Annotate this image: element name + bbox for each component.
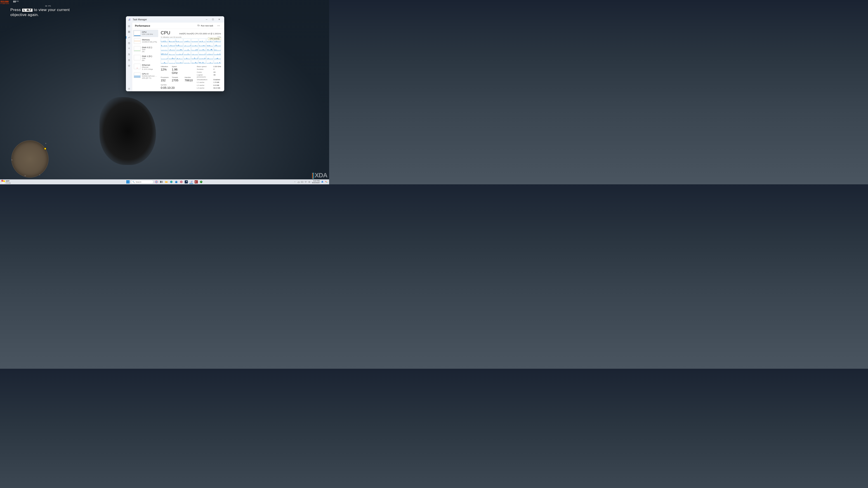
cpu-core-chart	[184, 43, 191, 46]
cpu-cores-grid	[161, 38, 221, 64]
nav-users-icon[interactable]	[126, 52, 132, 57]
svg-point-10	[129, 88, 129, 89]
cpu-core-chart	[191, 43, 198, 46]
memory-thumb-chart	[134, 38, 141, 44]
clock[interactable]: 5:07 PM 8/22/2024	[312, 180, 320, 184]
cpu-core-chart	[168, 56, 176, 59]
app-store-icon[interactable]	[174, 180, 178, 184]
cpu-core-chart	[199, 56, 206, 59]
cpu-core-chart	[191, 38, 198, 42]
ethernet-thumb-chart	[134, 64, 141, 69]
minimap-objective-marker	[44, 148, 46, 150]
app-chrome-icon[interactable]	[179, 180, 183, 184]
tray-language-icon[interactable]	[301, 181, 304, 183]
sockets-value: 2	[213, 68, 221, 71]
tray-cloud-icon[interactable]	[297, 181, 300, 183]
app-copilot-icon[interactable]	[154, 180, 158, 184]
perf-item-memory[interactable]: Memory 10.8/63.9 GB (17%)	[133, 37, 158, 45]
system-tray[interactable]: ^	[293, 181, 311, 183]
nav-services-icon[interactable]	[126, 63, 132, 68]
stat-uptime-label: Up time	[161, 84, 193, 86]
cpu-core-chart	[184, 47, 191, 51]
stat-uptime-value: 0:05:10:20	[161, 86, 193, 90]
nav-history-icon[interactable]	[126, 40, 132, 46]
page-header: Performance Run new task ⋯	[132, 23, 224, 29]
cpu-core-chart	[206, 56, 214, 59]
taskbar-search[interactable]: 🔍 Search	[131, 180, 153, 184]
cpu-core-chart	[176, 51, 183, 55]
svg-rect-0	[128, 20, 129, 21]
copilot-tray-icon[interactable]	[325, 181, 328, 183]
app-edge-icon[interactable]	[169, 180, 174, 184]
svg-rect-2	[130, 19, 130, 21]
svg-point-13	[156, 181, 157, 182]
svg-rect-15	[162, 181, 162, 183]
compass-e: E	[45, 142, 46, 144]
nav-details-icon[interactable]	[126, 57, 132, 63]
weather-widget[interactable]: 1 78°F Cloudy	[2, 180, 11, 184]
search-icon: 🔍	[132, 181, 135, 183]
app-explorer-icon[interactable]	[164, 180, 168, 184]
tray-volume-icon[interactable]	[308, 181, 311, 183]
xda-watermark: []XDA	[312, 172, 327, 179]
notifications-icon[interactable]	[321, 181, 324, 183]
more-options-button[interactable]: ⋯	[216, 23, 221, 28]
close-button[interactable]: ✕	[216, 16, 222, 23]
perf-item-cpu[interactable]: CPU 12% 1.96 GHz	[133, 30, 158, 37]
titlebar[interactable]: Task Manager ─ ☐ ✕	[126, 16, 224, 23]
perf-item-ethernet[interactable]: Ethernet Ethernet S: 0 R: 0 Kbps	[133, 63, 158, 71]
app-taskmanager-icon[interactable]	[189, 180, 193, 184]
nav-settings-icon[interactable]	[126, 86, 132, 91]
window-controls: ─ ☐ ✕	[204, 16, 222, 23]
nav-processes-icon[interactable]	[126, 29, 132, 34]
virt-value: Enabled	[213, 78, 221, 81]
windows-logo-icon	[126, 180, 129, 184]
svg-point-7	[129, 54, 130, 54]
start-button[interactable]	[126, 180, 130, 184]
svg-rect-21	[185, 180, 188, 184]
app-xbox-icon[interactable]	[199, 180, 203, 184]
l3-label: L3 cache:	[197, 87, 211, 90]
performance-detail-pane: CPU Intel(R) Xeon(R) CPU E5-2650 v4 @ 2.…	[159, 29, 224, 91]
cpu-core-chart	[191, 56, 198, 59]
virt-label: Virtualization:	[197, 78, 211, 81]
svg-rect-29	[301, 181, 303, 183]
cpu-core-chart	[199, 43, 206, 46]
stat-speed-value: 1.96 GHz	[172, 68, 182, 74]
svg-text:R: R	[195, 181, 196, 183]
task-manager-window[interactable]: Task Manager ─ ☐ ✕ Performance	[126, 16, 224, 91]
stat-utilization-value: 12%	[161, 68, 168, 71]
app-rdr2-icon[interactable]: R	[194, 180, 198, 184]
l1-label: L1 cache:	[197, 81, 211, 84]
cpu-core-chart	[176, 43, 183, 46]
cpu-core-chart	[191, 51, 198, 55]
cpu-core-chart	[214, 60, 221, 64]
app-taskview-icon[interactable]	[159, 180, 163, 184]
perf-name: Disk 1 (D:)	[142, 55, 157, 57]
hamburger-icon[interactable]	[126, 24, 132, 29]
taskbar[interactable]: 1 78°F Cloudy 🔍 Search	[0, 180, 329, 184]
maximize-button[interactable]: ☐	[210, 16, 216, 23]
run-new-task-button[interactable]: Run new task	[196, 24, 215, 28]
tray-chevron-icon[interactable]: ^	[293, 181, 296, 183]
tray-wifi-icon[interactable]	[305, 181, 307, 183]
perf-item-disk0[interactable]: Disk 0 (C:) SSD 2%	[133, 45, 158, 54]
game-minimap: E N W S	[11, 140, 49, 177]
svg-point-28	[200, 181, 203, 183]
perf-name: GPU 0	[142, 72, 157, 75]
cpu-core-chart	[214, 47, 221, 51]
base-speed-value: 2.20 GHz	[213, 66, 221, 68]
svg-rect-1	[129, 19, 129, 21]
app-steam-icon[interactable]	[184, 180, 188, 184]
svg-point-8	[129, 65, 130, 66]
disk1-thumb-chart	[134, 55, 141, 60]
perf-item-disk1[interactable]: Disk 1 (D:) USB 0%	[133, 54, 158, 62]
window-title: Task Manager	[133, 18, 147, 21]
framerate-sublabel: Framerate	[0, 3, 9, 4]
date-label: 8/22/2024	[312, 182, 320, 184]
perf-item-gpu0[interactable]: GPU 0 NVIDIA GeForce RTX ... 44% (65 °C)	[133, 72, 158, 80]
nav-performance-icon[interactable]	[126, 35, 132, 40]
cpu-model-label: Intel(R) Xeon(R) CPU E5-2650 v4 @ 2.20GH…	[179, 33, 221, 35]
minimize-button[interactable]: ─	[204, 16, 210, 23]
nav-startup-icon[interactable]	[126, 46, 132, 51]
